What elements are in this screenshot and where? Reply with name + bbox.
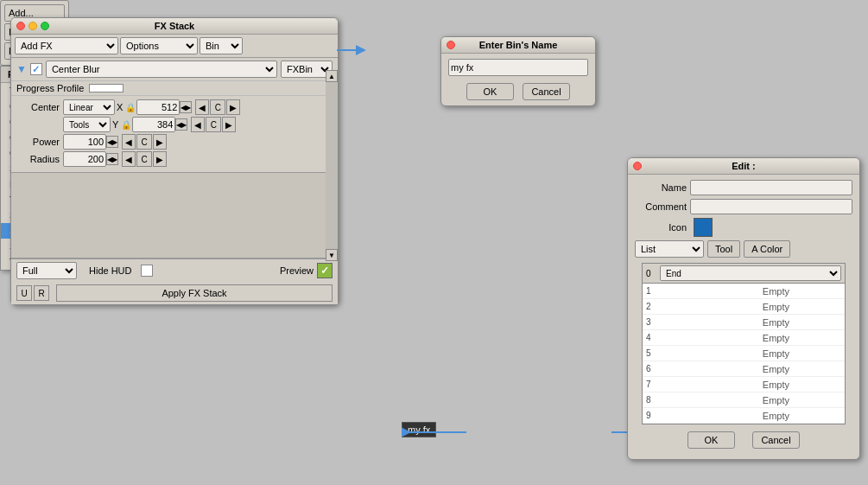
bin-cancel-button[interactable]: Cancel (523, 83, 570, 100)
bin-close-btn[interactable] (447, 41, 455, 49)
power-c-btn[interactable]: C (136, 134, 152, 150)
name-label: Name (635, 182, 687, 193)
apply-fx-stack-button[interactable]: Apply FX Stack (56, 284, 333, 302)
x-c-btn[interactable]: C (210, 99, 225, 115)
y-arrow[interactable]: ◀▶ (175, 118, 187, 131)
edit-dialog-title: Edit : (628, 158, 859, 175)
list-tool-row: List Tool A Color (635, 240, 852, 258)
y-prev-btn[interactable]: ◀ (191, 117, 205, 132)
fx-stack-title: FX Stack (11, 18, 338, 35)
list-row-6: 6 Empty (643, 361, 845, 377)
radius-label: Radius (16, 154, 60, 164)
list-header-select[interactable]: End (660, 265, 841, 281)
bin-ok-button[interactable]: OK (466, 83, 514, 100)
center-param-row: Center Linear X 🔒 512 ◀▶ ◀ C ▶ (16, 99, 333, 115)
fxbin-dropdown[interactable]: FXBin (281, 61, 333, 78)
progress-row: Progress Profile (11, 81, 338, 96)
minimize-button[interactable] (29, 22, 37, 30)
list-row-5: 5 Empty (643, 346, 845, 361)
ur-row: U R Apply FX Stack (11, 282, 338, 304)
u-button[interactable]: U (16, 285, 32, 301)
bottom-bar: Full Hide HUD Preview ✓ (11, 258, 338, 282)
x-arrow-right[interactable]: ◀▶ (180, 101, 192, 113)
x-value-input[interactable]: 512 (136, 99, 180, 115)
name-input[interactable] (690, 180, 852, 195)
list-row-4: 4 Empty (643, 330, 845, 346)
y-next-btn[interactable]: ▶ (222, 117, 236, 132)
radius-prev-btn[interactable]: ◀ (122, 151, 136, 167)
fx-stack-toolbar: Add FX Options Bin (11, 35, 338, 58)
expand-arrow[interactable]: ▼ (16, 63, 27, 75)
radius-input[interactable]: 200 (63, 151, 106, 167)
list-area: 0 End 1 Empty 2 Empty 3 Empty 4 Empty (642, 263, 846, 424)
interp-dropdown[interactable]: Linear (63, 99, 115, 115)
bin-dialog-traffic[interactable] (447, 41, 455, 49)
power-prev-btn[interactable]: ◀ (122, 134, 136, 150)
list-row-3: 3 Empty (643, 315, 845, 330)
radius-row: Radius 200 ◀▶ ◀ C ▶ (16, 151, 333, 167)
power-input[interactable]: 100 (63, 134, 106, 150)
comment-input[interactable] (690, 199, 852, 214)
power-arrow[interactable]: ◀▶ (106, 136, 118, 148)
tool-button[interactable]: Tool (707, 240, 740, 258)
comment-row: Comment (635, 199, 852, 214)
bin-dropdown[interactable]: Bin (200, 37, 243, 54)
progress-track (89, 84, 124, 93)
radius-next-btn[interactable]: ▶ (153, 151, 167, 167)
list-header: 0 End (643, 264, 845, 284)
fx-item-row: ▼ ✓ Center Blur FXBin (11, 58, 338, 81)
arrow-fx-to-add (337, 41, 367, 59)
edit-ok-button[interactable]: OK (687, 431, 735, 449)
y-prev-next: ◀ C ▶ (191, 117, 236, 132)
y-value-input[interactable]: 384 (132, 117, 175, 132)
close-button[interactable] (16, 22, 25, 30)
radius-c-btn[interactable]: C (136, 151, 152, 167)
scroll-up[interactable]: ▲ (326, 70, 338, 82)
edit-form: Name Comment Icon List Tool A Color 0 E (628, 175, 859, 459)
params-area: Center Linear X 🔒 512 ◀▶ ◀ C ▶ Tools Y 🔒… (11, 96, 338, 172)
list-row-2: 2 Empty (643, 299, 845, 315)
bin-dialog-title: Enter Bin's Name (441, 37, 595, 54)
edit-close-btn[interactable] (633, 162, 642, 170)
progress-label: Progress Profile (16, 83, 84, 93)
full-dropdown[interactable]: Full (16, 262, 77, 279)
list-row-9: 9 Empty (643, 408, 845, 424)
hide-hud-label: Hide HUD (89, 265, 132, 276)
r-button[interactable]: R (34, 285, 49, 301)
scroll-down[interactable]: ▼ (326, 249, 338, 261)
edit-dialog-buttons: OK Cancel (635, 428, 852, 454)
icon-label: Icon (635, 222, 687, 233)
edit-cancel-button[interactable]: Cancel (752, 431, 800, 449)
edit-dialog-traffic[interactable] (633, 162, 642, 170)
list-row-1: 1 Empty (643, 284, 845, 299)
power-next-btn[interactable]: ▶ (153, 134, 167, 150)
hide-hud-toggle[interactable] (141, 265, 153, 277)
list-row-7: 7 Empty (643, 377, 845, 392)
lock-icon-x: 🔒 (124, 101, 136, 113)
acolor-button[interactable]: A Color (744, 240, 790, 258)
y-c-btn[interactable]: C (206, 117, 221, 132)
x-prev-btn[interactable]: ◀ (195, 99, 209, 115)
maximize-button[interactable] (41, 22, 49, 30)
list-row-8: 8 Empty (643, 392, 845, 408)
preview-label: Preview (280, 265, 314, 276)
fx-checkbox[interactable]: ✓ (30, 63, 42, 75)
traffic-lights[interactable] (16, 22, 49, 30)
bin-name-input[interactable]: my fx (448, 59, 588, 76)
scrollbar[interactable]: ▲ ▼ (326, 70, 338, 261)
icon-color-swatch[interactable] (694, 218, 713, 237)
add-fx-dropdown[interactable]: Add FX (15, 37, 118, 54)
edit-title-label: Edit : (732, 161, 756, 171)
list-dropdown[interactable]: List (635, 240, 704, 258)
options-dropdown[interactable]: Options (120, 37, 198, 54)
x-prev-next: ◀ C ▶ (195, 99, 240, 115)
radius-arrow[interactable]: ◀▶ (106, 153, 118, 165)
comment-label: Comment (635, 201, 687, 212)
edit-dialog: Edit : Name Comment Icon List Tool A Col… (627, 157, 860, 460)
power-label: Power (16, 137, 60, 147)
tools-dropdown[interactable]: Tools (63, 117, 111, 132)
preview-checkbox[interactable]: ✓ (317, 263, 333, 278)
fx-name-dropdown[interactable]: Center Blur (46, 61, 277, 78)
empty-area (11, 172, 338, 258)
x-next-btn[interactable]: ▶ (226, 99, 240, 115)
